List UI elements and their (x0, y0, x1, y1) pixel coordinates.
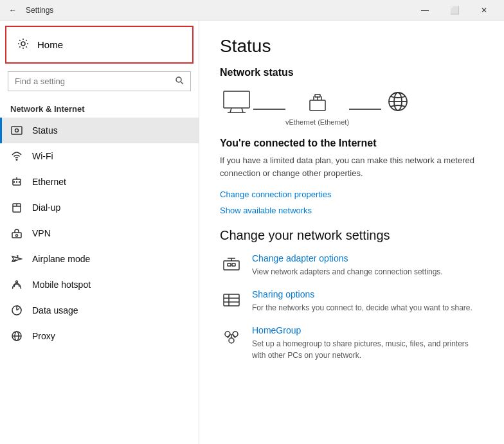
sidebar-item-label: Dial-up (32, 202, 60, 213)
titlebar: ← Settings — ⬜ ✕ (0, 0, 504, 21)
svg-line-2 (181, 82, 184, 85)
svg-rect-40 (224, 294, 239, 306)
ethernet-icon (10, 175, 23, 188)
svg-rect-35 (224, 261, 239, 270)
homegroup-icon (220, 325, 243, 348)
svg-point-16 (16, 281, 18, 283)
hotspot-icon (10, 278, 23, 291)
connected-title: You're connected to the Internet (220, 138, 483, 149)
settings-item-sharing: Sharing options For the networks you con… (220, 289, 483, 314)
sidebar-item-label: Proxy (32, 331, 55, 341)
titlebar-controls: — ⬜ ✕ (410, 0, 499, 21)
network-diagram: vEthernet (Ethernet) (220, 89, 483, 130)
proxy-icon (10, 330, 23, 342)
adapter-title[interactable]: Change adapter options (252, 253, 443, 263)
adapter-text: Change adapter options View network adap… (252, 253, 443, 278)
sidebar-item-airplane[interactable]: Airplane mode (0, 246, 199, 272)
status-icon (10, 124, 23, 137)
main-panel: Status Network status (199, 21, 504, 444)
connected-desc: If you have a limited data plan, you can… (220, 154, 483, 179)
network-line-2 (349, 109, 381, 110)
change-section-title: Change your network settings (220, 228, 483, 243)
sidebar-item-label: Airplane mode (32, 254, 90, 264)
close-button[interactable]: ✕ (469, 0, 499, 21)
adapter-icon (220, 253, 243, 276)
sidebar-item-label: VPN (32, 228, 51, 238)
search-input[interactable] (15, 76, 170, 86)
sharing-text: Sharing options For the networks you con… (252, 289, 473, 314)
sidebar-item-label: Data usage (32, 305, 78, 315)
network-line-1 (253, 109, 285, 110)
svg-rect-36 (228, 263, 231, 266)
gear-icon (17, 37, 30, 52)
svg-rect-3 (12, 127, 22, 134)
titlebar-title: Settings (26, 6, 53, 15)
sidebar-item-vpn[interactable]: VPN (0, 220, 199, 246)
sharing-desc: For the networks you connect to, decide … (252, 303, 473, 312)
sidebar-item-ethernet[interactable]: Ethernet (0, 169, 199, 195)
svg-rect-14 (12, 233, 21, 238)
sidebar-item-dialup[interactable]: Dial-up (0, 195, 199, 220)
sidebar-item-label: Status (32, 125, 58, 136)
sidebar-section-label: Network & Internet (0, 99, 199, 118)
svg-point-1 (176, 77, 181, 82)
sharing-title[interactable]: Sharing options (252, 289, 473, 299)
settings-item-adapter: Change adapter options View network adap… (220, 253, 483, 278)
svg-point-5 (16, 159, 17, 161)
homegroup-title[interactable]: HomeGroup (252, 325, 483, 335)
router-icon-container: vEthernet (Ethernet) (285, 93, 349, 126)
data-usage-icon (10, 304, 23, 317)
svg-point-0 (21, 42, 25, 46)
sidebar-item-wifi[interactable]: Wi-Fi (0, 143, 199, 169)
settings-item-homegroup: HomeGroup Set up a homegroup to share pi… (220, 325, 483, 362)
vpn-icon (10, 227, 23, 240)
svg-point-46 (229, 338, 234, 343)
back-button[interactable]: ← (5, 4, 21, 16)
network-label: vEthernet (Ethernet) (285, 118, 349, 126)
minimize-button[interactable]: — (410, 0, 440, 21)
change-connection-properties-link[interactable]: Change connection properties (220, 190, 483, 199)
sidebar-item-proxy[interactable]: Proxy (0, 323, 199, 349)
svg-rect-31 (315, 94, 320, 97)
titlebar-left: ← Settings (5, 4, 53, 16)
globe-icon-container (381, 89, 415, 130)
app-body: Home Network & Internet Status (0, 21, 504, 444)
home-label: Home (37, 39, 63, 50)
svg-rect-23 (224, 91, 249, 108)
homegroup-desc: Set up a homegroup to share pictures, mu… (252, 339, 469, 360)
svg-rect-37 (232, 263, 235, 266)
page-title: Status (220, 36, 483, 57)
dialup-icon (10, 201, 23, 214)
search-box (8, 71, 191, 91)
svg-line-24 (230, 108, 231, 112)
adapter-desc: View network adapters and change connect… (252, 267, 443, 276)
router-icon (305, 93, 330, 118)
sidebar-item-label: Mobile hotspot (32, 280, 91, 290)
sidebar-item-label: Ethernet (32, 177, 66, 187)
sidebar: Home Network & Internet Status (0, 21, 199, 444)
svg-point-15 (16, 235, 18, 236)
sharing-icon (220, 289, 243, 312)
svg-rect-27 (310, 100, 325, 111)
homegroup-text: HomeGroup Set up a homegroup to share pi… (252, 325, 483, 362)
sidebar-item-status[interactable]: Status (0, 118, 199, 143)
restore-button[interactable]: ⬜ (440, 0, 469, 21)
airplane-icon (10, 253, 23, 265)
pc-icon (220, 89, 253, 114)
pc-icon-container (220, 89, 253, 130)
svg-line-25 (242, 108, 243, 112)
show-available-networks-link[interactable]: Show available networks (220, 206, 483, 215)
globe-icon (381, 89, 415, 114)
search-icon (175, 76, 184, 87)
sidebar-item-label: Wi-Fi (32, 151, 53, 161)
svg-point-4 (15, 129, 19, 132)
home-button[interactable]: Home (5, 26, 194, 64)
sidebar-item-hotspot[interactable]: Mobile hotspot (0, 272, 199, 297)
network-status-title: Network status (220, 67, 483, 78)
sidebar-item-datausage[interactable]: Data usage (0, 297, 199, 323)
wifi-icon (10, 150, 23, 163)
